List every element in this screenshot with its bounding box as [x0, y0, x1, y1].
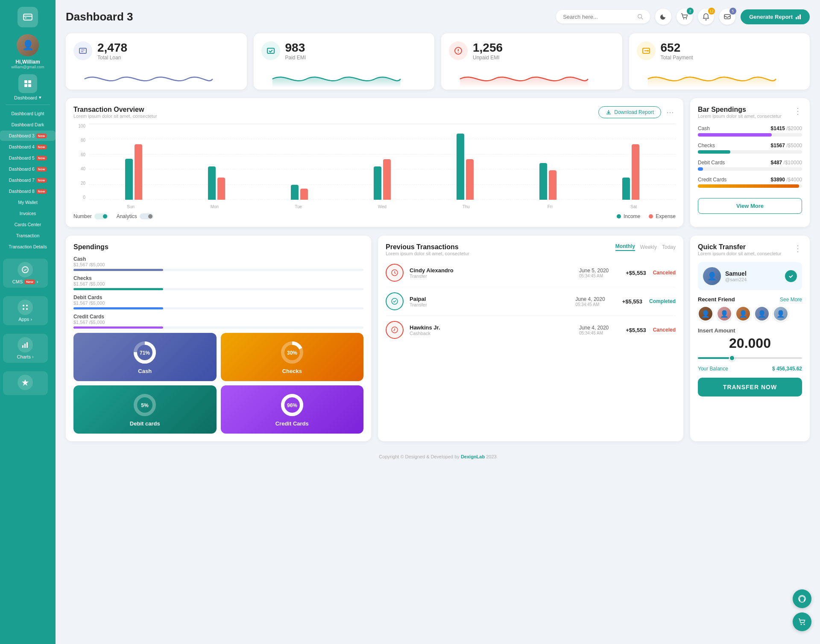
transaction-item-cindy: Cindy Alexandro Transfer June 5, 2020 05…: [386, 259, 676, 287]
user-avatar: 👤: [17, 34, 39, 56]
more-options-btn[interactable]: ⋯: [665, 106, 676, 119]
page-title: Dashboard 3: [66, 10, 133, 23]
spendings-list-cash: Cash $1,567 /$5,000: [73, 256, 363, 271]
sidebar-menu: Dashboard Light Dashboard Dark Dashboard…: [0, 108, 56, 252]
sidebar-item-dashboard-4[interactable]: Dashboard 4 New: [0, 142, 56, 152]
svg-rect-0: [23, 14, 32, 20]
sidebar-item-cards-center[interactable]: Cards Center: [0, 219, 56, 230]
bar-spendings-more[interactable]: ⋮: [794, 106, 802, 116]
donut-cash: 71% Cash: [73, 333, 217, 381]
sidebar-item-my-wallet[interactable]: My Wallet: [0, 197, 56, 207]
sidebar-item-dashboard-8[interactable]: Dashboard 8 New: [0, 186, 56, 196]
tab-weekly[interactable]: Weekly: [640, 244, 657, 250]
spending-item-cash: Cash $1415 /$2000: [698, 125, 802, 137]
paid-emi-label: Paid EMI: [285, 55, 306, 61]
svg-rect-4: [24, 84, 27, 87]
svg-point-15: [638, 15, 642, 18]
float-cart-btn[interactable]: [793, 612, 811, 631]
star-icon: [18, 375, 33, 390]
cart-btn[interactable]: 2: [676, 9, 693, 25]
amount-slider[interactable]: [698, 356, 802, 361]
svg-text:96%: 96%: [287, 402, 297, 408]
total-loan-label: Total Loan: [97, 55, 127, 61]
sidebar-item-transaction[interactable]: Transaction: [0, 230, 56, 241]
donut-chart-credit: 96%: [279, 392, 305, 418]
paid-emi-wave: [254, 64, 419, 88]
float-support-btn[interactable]: [793, 589, 811, 608]
see-more-link[interactable]: See More: [780, 297, 802, 303]
generate-report-btn[interactable]: Generate Report: [741, 9, 810, 24]
search-box[interactable]: [556, 10, 650, 23]
stat-card-total-loan: 2,478 Total Loan: [66, 33, 247, 90]
transaction-time-0: 05:34:45 AM: [579, 274, 617, 278]
x-label-thu: Thu: [424, 204, 508, 209]
number-toggle[interactable]: [94, 213, 108, 219]
transaction-date-2: June 4, 2020: [579, 325, 609, 331]
sidebar-item-dashboard-7[interactable]: Dashboard 7 New: [0, 175, 56, 185]
total-loan-wave: [66, 64, 231, 88]
quick-transfer-card: Quick Transfer Lorem ipsum dolor sit ame…: [690, 236, 810, 441]
stat-cards-row: 2,478 Total Loan 983 Paid EMI: [66, 33, 810, 90]
view-more-btn[interactable]: View More: [698, 198, 802, 214]
transaction-status-1: Completed: [649, 298, 676, 304]
bar-group-0: [125, 144, 142, 200]
friend-avatar-0[interactable]: 👤: [698, 306, 713, 321]
friend-avatar-4[interactable]: 👤: [773, 306, 788, 321]
total-payment-wave: [629, 64, 795, 88]
transaction-status-0: Canceled: [653, 270, 676, 276]
x-label-sun: Sun: [89, 204, 173, 209]
transaction-overview-title: Transaction Overview: [73, 106, 157, 114]
friend-avatar-2[interactable]: 👤: [735, 306, 751, 321]
dashboard-menu-label[interactable]: Dashboard ▾: [14, 95, 41, 100]
quick-transfer-more[interactable]: ⋮: [794, 243, 802, 254]
sidebar-item-dashboard-light[interactable]: Dashboard Light: [0, 108, 56, 119]
sidebar-item-dashboard-5[interactable]: Dashboard 5 New: [0, 153, 56, 163]
transfer-now-btn[interactable]: TRANSFER NOW: [698, 378, 802, 396]
unpaid-emi-label: Unpaid EMI: [473, 55, 503, 61]
legend-expense: Expense: [649, 213, 676, 219]
bell-btn[interactable]: 12: [698, 9, 714, 25]
sidebar-username: Hi,William: [15, 59, 40, 65]
bar-group-3: [374, 159, 391, 200]
sidebar-item-dashboard-6[interactable]: Dashboard 6 New: [0, 164, 56, 174]
sidebar-item-transaction-details[interactable]: Transaction Details: [0, 242, 56, 252]
badge-new: New: [36, 134, 47, 138]
sidebar-divider: [6, 105, 50, 105]
sidebar-logo[interactable]: [18, 7, 38, 27]
theme-toggle-btn[interactable]: [655, 9, 671, 25]
friend-avatar-1[interactable]: 👤: [717, 306, 732, 321]
transaction-item-hawkins: Hawkins Jr. Cashback June 4, 2020 05:34:…: [386, 316, 676, 344]
sidebar-section-cms[interactable]: CMS New ›: [3, 259, 48, 288]
analytics-toggle[interactable]: [140, 213, 153, 219]
stat-card-unpaid-emi: 1,256 Unpaid EMI: [441, 33, 622, 90]
legend-income: Income: [617, 213, 640, 219]
total-payment-label: Total Payment: [661, 55, 693, 61]
search-input[interactable]: [563, 14, 634, 20]
transfer-user-name: Samuel: [725, 270, 747, 277]
balance-row: Your Balance $ 456,345.62: [698, 366, 802, 372]
sidebar-section-star[interactable]: [3, 371, 48, 395]
spending-item-credit: Credit Cards $3890 /$4000: [698, 177, 802, 188]
sidebar-item-dashboard-dark[interactable]: Dashboard Dark: [0, 119, 56, 130]
spendings-card: Spendings Cash $1,567 /$5,000 Checks $1,…: [66, 236, 371, 441]
sidebar-item-dashboard-3[interactable]: Dashboard 3 New: [0, 131, 56, 141]
y-label-0: 0: [73, 195, 85, 200]
header-right: 2 12 5 Generate Report: [556, 9, 810, 25]
svg-rect-12: [24, 344, 26, 348]
donut-chart-cash: 71%: [132, 340, 158, 365]
tab-monthly[interactable]: Monthly: [615, 243, 635, 251]
svg-rect-1: [25, 17, 26, 18]
tab-today[interactable]: Today: [662, 244, 676, 250]
sidebar-section-charts[interactable]: Charts ›: [3, 334, 48, 363]
download-report-btn[interactable]: Download Report: [598, 106, 661, 118]
total-loan-number: 2,478: [97, 41, 127, 55]
sidebar-item-invoices[interactable]: Invoices: [0, 208, 56, 219]
message-btn[interactable]: 5: [719, 9, 735, 25]
x-label-mon: Mon: [173, 204, 256, 209]
bar-group-5: [539, 163, 556, 200]
sidebar-section-apps[interactable]: Apps ›: [3, 296, 48, 325]
bar-group-6: [622, 144, 639, 200]
transaction-icon-2: [386, 321, 404, 339]
friend-avatar-3[interactable]: 👤: [754, 306, 770, 321]
total-loan-icon: [73, 41, 92, 60]
